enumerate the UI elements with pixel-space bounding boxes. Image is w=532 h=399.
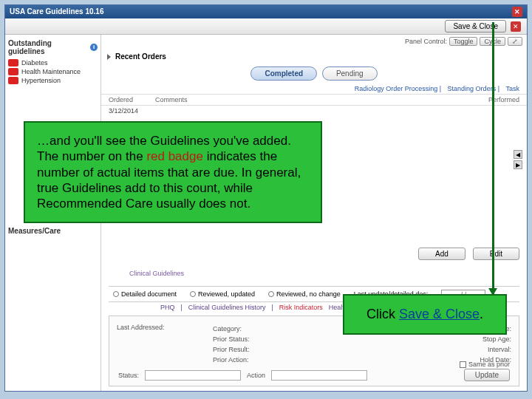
window-title: USA Care Guidelines 10.16: [10, 5, 103, 18]
scroll-buttons: ◀ ▶: [514, 150, 522, 169]
save-and-close-button[interactable]: Save & Close: [445, 20, 506, 33]
badge-icon: [8, 59, 18, 66]
radio-detailed[interactable]: Detailed document: [113, 290, 177, 298]
badge-icon: [8, 68, 18, 75]
panel-toggle-button[interactable]: Toggle: [449, 37, 478, 46]
label-prior-result: Prior Result:: [213, 344, 250, 355]
tab-pending[interactable]: Pending: [322, 66, 378, 81]
link-risk[interactable]: Risk Indicators: [279, 304, 323, 311]
label-category: Category:: [213, 324, 250, 334]
chevron-right-icon[interactable]: [107, 54, 111, 60]
info-icon[interactable]: i: [90, 44, 98, 51]
sidebar-item-hypertension[interactable]: Hypertension: [8, 76, 98, 85]
update-button[interactable]: Update: [464, 369, 510, 381]
panel-expand-icon[interactable]: ⤢: [508, 37, 522, 46]
sidebar-item-diabetes[interactable]: Diabetes: [8, 58, 98, 67]
radio-reviewed-updated[interactable]: Reviewed, updated: [190, 290, 255, 298]
panel-control: Panel Control: Toggle Cycle ⤢: [405, 35, 522, 48]
annotation-callout-1: …and you'll see the Guidelines you've ad…: [24, 121, 322, 223]
order-row-date: 3/12/2014: [101, 106, 527, 116]
order-links: Radiology Order Processing | Standing Or…: [101, 85, 527, 92]
label-interval: Interval:: [480, 344, 511, 355]
edit-button[interactable]: Edit: [473, 248, 519, 260]
label-prior-action: Prior Action:: [213, 355, 250, 365]
sidebar-item-health-maintenance[interactable]: Health Maintenance: [8, 67, 98, 76]
link-standing[interactable]: Standing Orders: [448, 85, 497, 92]
link-history[interactable]: Clinical Guidelines History: [188, 304, 266, 311]
measures-section: Measures/Care: [8, 227, 97, 235]
annotation-callout-2: Click Save & Close.: [343, 294, 507, 335]
order-columns: Ordered Comments Performed: [101, 94, 527, 106]
add-button[interactable]: Add: [418, 248, 466, 260]
sidebar-heading: Outstanding guidelines i: [8, 39, 98, 55]
add-edit-buttons: Add Edit: [418, 248, 519, 260]
link-phq[interactable]: PHQ: [160, 304, 175, 311]
clinical-guidelines-label: Clinical Guidelines: [129, 270, 184, 277]
scroll-right-icon[interactable]: ▶: [514, 160, 522, 169]
scroll-left-icon[interactable]: ◀: [514, 150, 522, 159]
label-stop-age: Stop Age:: [480, 334, 511, 344]
badge-icon: [8, 77, 18, 84]
top-toolbar: Save & Close ✕: [5, 18, 527, 35]
recent-orders-heading: Recent Orders: [101, 51, 527, 62]
link-task[interactable]: Task: [505, 85, 519, 92]
window-close-icon[interactable]: ✕: [512, 7, 522, 17]
checkbox-icon[interactable]: [460, 361, 466, 368]
status-field[interactable]: [145, 370, 241, 381]
action-field[interactable]: [271, 370, 367, 381]
annotation-arrow: [492, 22, 494, 294]
window-titlebar: USA Care Guidelines 10.16 ✕: [5, 5, 527, 18]
tab-completed[interactable]: Completed: [250, 66, 317, 81]
status-action-row: Status: Action Update: [118, 369, 510, 381]
radio-reviewed-nochange[interactable]: Reviewed, no change: [268, 290, 341, 298]
link-radiology[interactable]: Radiology Order Processing: [355, 85, 438, 92]
order-tabs: Completed Pending: [101, 66, 527, 81]
label-prior-status: Prior Status:: [213, 334, 250, 344]
same-as-prior[interactable]: Same as prior: [460, 361, 510, 368]
label-last-addressed: Last Addressed:: [117, 324, 165, 331]
toolbar-close-icon[interactable]: ✕: [511, 21, 521, 32]
